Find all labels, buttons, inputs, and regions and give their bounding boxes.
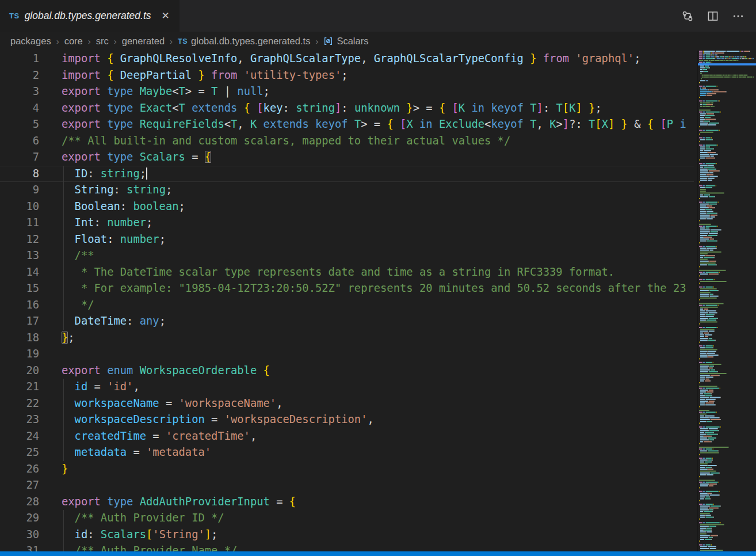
breadcrumb-item-global-db-types-generated-ts[interactable]: TSglobal.db.types.generated.ts: [178, 36, 310, 47]
code-text: */: [39, 297, 94, 314]
code-line-9[interactable]: 9 String: string;: [0, 182, 694, 199]
code-line-26[interactable]: 26}: [0, 461, 694, 478]
line-number: 23: [0, 412, 39, 428]
breadcrumb-item-src[interactable]: src: [96, 36, 109, 47]
line-number: 24: [0, 428, 39, 445]
code-text: * For example: "1985-04-12T23:20:50.52Z"…: [39, 280, 686, 297]
code-line-27[interactable]: 27: [0, 477, 694, 494]
line-number: 28: [0, 494, 39, 511]
code-line-22[interactable]: 22 workspaceName = 'workspaceName',: [0, 395, 694, 412]
breadcrumb-label: core: [64, 36, 83, 47]
indent-guide: [63, 264, 64, 281]
breadcrumb: packages›core›src›generated›TSglobal.db.…: [0, 32, 756, 51]
code-line-20[interactable]: 20export enum WorkspaceOrderable {: [0, 363, 694, 379]
code-line-14[interactable]: 14 * The DateTime scalar type represents…: [0, 264, 694, 281]
line-number: 16: [0, 297, 39, 314]
split-editor-icon[interactable]: [704, 7, 721, 25]
status-bar: [0, 551, 756, 556]
code-line-2[interactable]: 2import { DeepPartial } from 'utility-ty…: [0, 67, 694, 84]
code-text: /**: [39, 247, 94, 264]
ts-file-icon: TS: [9, 12, 20, 20]
line-number: 13: [0, 247, 39, 264]
line-number: 15: [0, 280, 39, 297]
code-text: metadata = 'metadata': [39, 444, 211, 461]
code-line-16[interactable]: 16 */: [0, 297, 694, 314]
code-line-4[interactable]: 4export type Exact<T extends { [key: str…: [0, 100, 694, 117]
code-text: }: [39, 461, 68, 478]
code-line-30[interactable]: 30 id: Scalars['String'];: [0, 527, 694, 543]
code-line-28[interactable]: 28export type AddAuthProviderInput = {: [0, 494, 694, 511]
code-line-12[interactable]: 12 Float: number;: [0, 231, 694, 248]
code-text: ID: string;: [39, 166, 147, 182]
code-text: };: [39, 330, 75, 346]
breadcrumb-item-packages[interactable]: packages: [10, 36, 51, 47]
code-text: /** All built-in and custom scalars, map…: [39, 133, 510, 150]
breadcrumb-separator: ›: [315, 36, 318, 46]
code-text: createdTime = 'createdTime',: [39, 428, 257, 445]
breadcrumb-label: global.db.types.generated.ts: [191, 36, 310, 47]
breadcrumb-label: src: [96, 36, 109, 47]
code-line-31[interactable]: 31 /** Auth Provider Name */: [0, 543, 694, 551]
indent-guide: [63, 412, 64, 428]
code-line-18[interactable]: 18};: [0, 330, 694, 346]
text-cursor: [146, 167, 147, 180]
code-line-13[interactable]: 13 /**: [0, 247, 694, 264]
breadcrumb-separator: ›: [88, 36, 91, 46]
bracket-match: {: [205, 151, 211, 163]
code-text: workspaceDescription = 'workspaceDescrip…: [39, 412, 374, 428]
code-line-15[interactable]: 15 * For example: "1985-04-12T23:20:50.5…: [0, 280, 694, 297]
code-text: DateTime: any;: [39, 313, 166, 330]
code-text: [39, 477, 62, 494]
code-line-8[interactable]: 8 ID: string;: [0, 166, 694, 182]
code-line-24[interactable]: 24 createdTime = 'createdTime',: [0, 428, 694, 445]
code-line-23[interactable]: 23 workspaceDescription = 'workspaceDesc…: [0, 412, 694, 428]
code-line-5[interactable]: 5export type RequireFields<T, K extends …: [0, 116, 694, 133]
code-line-1[interactable]: 1import { GraphQLResolveInfo, GraphQLSca…: [0, 51, 694, 67]
code-line-19[interactable]: 19: [0, 346, 694, 363]
indent-guide: [63, 428, 64, 445]
tab-global-db-types[interactable]: TS global.db.types.generated.ts ✕: [0, 0, 180, 32]
code-text: import { GraphQLResolveInfo, GraphQLScal…: [39, 51, 640, 67]
code-line-10[interactable]: 10 Boolean: boolean;: [0, 199, 694, 215]
code-text: Float: number;: [39, 231, 166, 248]
breadcrumb-item-generated[interactable]: generated: [122, 36, 165, 47]
code-line-21[interactable]: 21 id = 'id',: [0, 379, 694, 395]
line-number: 27: [0, 477, 39, 494]
code-text: String: string;: [39, 182, 172, 199]
code-line-7[interactable]: 7export type Scalars = {: [0, 149, 694, 166]
open-changes-icon[interactable]: [679, 7, 696, 25]
line-number: 2: [0, 67, 39, 84]
line-number: 12: [0, 231, 39, 248]
close-icon[interactable]: ✕: [159, 10, 172, 22]
indent-guide: [63, 379, 64, 395]
indent-guide: [63, 182, 64, 199]
code-editor[interactable]: 1import { GraphQLResolveInfo, GraphQLSca…: [0, 51, 694, 551]
line-number: 17: [0, 313, 39, 330]
breadcrumb-label: generated: [122, 36, 165, 47]
breadcrumb-item-core[interactable]: core: [64, 36, 83, 47]
minimap[interactable]: [697, 51, 756, 551]
code-line-3[interactable]: 3export type Maybe<T> = T | null;: [0, 83, 694, 100]
line-number: 6: [0, 133, 39, 150]
indent-guide: [63, 231, 64, 248]
code-line-17[interactable]: 17 DateTime: any;: [0, 313, 694, 330]
code-text: * The DateTime scalar type represents da…: [39, 264, 614, 281]
line-number: 8: [0, 166, 39, 182]
code-text: export type Scalars = {: [39, 149, 211, 166]
code-text: [39, 346, 62, 363]
breadcrumb-separator: ›: [170, 36, 173, 46]
code-line-11[interactable]: 11 Int: number;: [0, 215, 694, 231]
code-line-6[interactable]: 6/** All built-in and custom scalars, ma…: [0, 133, 694, 150]
code-text: Int: number;: [39, 215, 152, 231]
code-text: id = 'id',: [39, 379, 140, 395]
breadcrumb-item-scalars[interactable]: Scalars: [323, 36, 368, 47]
code-line-29[interactable]: 29 /** Auth Provider ID */: [0, 510, 694, 527]
code-line-25[interactable]: 25 metadata = 'metadata': [0, 444, 694, 461]
vscode-window: TS global.db.types.generated.ts ✕: [0, 0, 756, 556]
code-text: id: Scalars['String'];: [39, 527, 217, 543]
more-actions-icon[interactable]: [730, 7, 747, 25]
breadcrumb-label: Scalars: [337, 36, 368, 47]
tab-bar: TS global.db.types.generated.ts ✕: [0, 0, 756, 32]
indent-guide: [63, 199, 64, 215]
symbol-type-icon: [323, 36, 333, 46]
